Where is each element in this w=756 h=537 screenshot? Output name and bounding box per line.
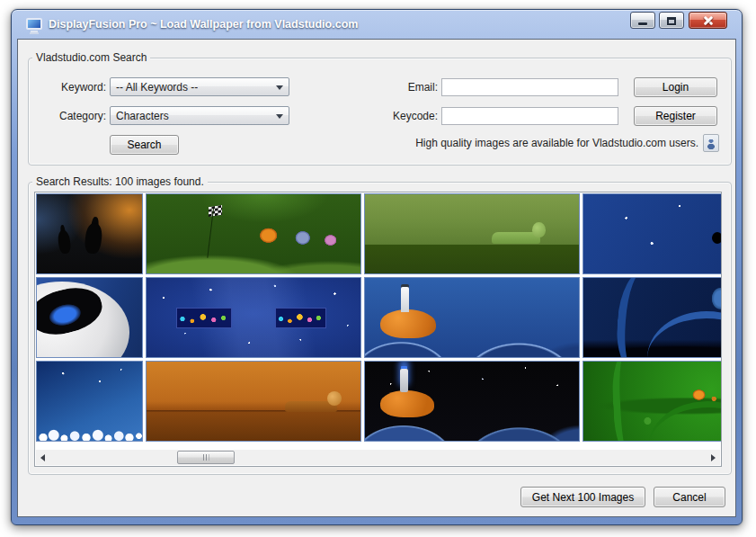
thumbnail-snail-race[interactable]: [146, 193, 361, 274]
results-group-title: Search Results: 100 images found.: [32, 175, 208, 188]
thumbnail-whale-lighthouse-night[interactable]: [364, 361, 580, 442]
scroll-right-arrow-icon[interactable]: [706, 450, 720, 465]
search-group-title: Vladstudio.com Search: [32, 51, 150, 64]
get-next-images-button[interactable]: Get Next 100 Images: [520, 487, 645, 507]
cancel-button[interactable]: Cancel: [654, 487, 725, 507]
category-value: Characters: [116, 110, 169, 122]
thumbnail-blue-bubbles[interactable]: [36, 361, 143, 442]
scrollbar-grip-icon: [203, 454, 209, 461]
thumbnail-caterpillar-orange[interactable]: [146, 361, 361, 442]
close-button[interactable]: [689, 12, 727, 29]
thumbnail-whale-lighthouse-day[interactable]: [364, 277, 580, 358]
app-monitor-icon: [26, 18, 42, 31]
maximize-icon: [667, 17, 676, 25]
keyword-label: Keyword:: [29, 81, 106, 94]
results-panel: [34, 192, 722, 467]
thumbnail-lightbulb-shelves[interactable]: [146, 277, 361, 358]
keyword-dropdown[interactable]: -- All Keywords --: [110, 77, 289, 96]
maximize-button[interactable]: [659, 12, 684, 29]
thumbnail-night-sky-comma[interactable]: [583, 193, 721, 274]
thumbnail-eve-robot[interactable]: [36, 277, 143, 358]
client-area: Vladstudio.com Search Keyword: -- All Ke…: [17, 39, 736, 517]
scroll-left-arrow-icon[interactable]: [36, 450, 50, 465]
results-groupbox: Search Results: 100 images found.: [28, 182, 732, 475]
search-button[interactable]: Search: [110, 135, 179, 155]
keycode-field[interactable]: [441, 107, 618, 125]
chevron-down-icon: [276, 85, 283, 90]
hq-note: High quality images are available for Vl…: [415, 137, 698, 149]
thumbnail-caterpillar-green[interactable]: [364, 193, 580, 274]
keycode-label: Keycode:: [316, 110, 438, 122]
horizontal-scrollbar[interactable]: [36, 450, 720, 465]
scrollbar-thumb[interactable]: [177, 451, 235, 464]
email-field[interactable]: [441, 78, 618, 96]
thumbnail-underwater-night[interactable]: [583, 277, 721, 358]
keyword-value: -- All Keywords --: [116, 81, 198, 94]
hq-image-icon[interactable]: [703, 134, 719, 152]
dialog-window: DisplayFusion Pro ~ Load Wallpaper from …: [11, 9, 743, 525]
category-dropdown[interactable]: Characters: [110, 106, 289, 125]
chevron-down-icon: [276, 114, 283, 119]
thumbnail-grid: [36, 193, 721, 443]
window-title: DisplayFusion Pro ~ Load Wallpaper from …: [49, 18, 358, 31]
login-button[interactable]: Login: [634, 77, 717, 97]
category-label: Category:: [29, 110, 106, 122]
minimize-icon: [638, 22, 647, 25]
search-groupbox: Vladstudio.com Search Keyword: -- All Ke…: [28, 58, 732, 166]
email-label: Email:: [316, 81, 438, 94]
thumbnail-snail-on-leaf[interactable]: [583, 361, 721, 442]
close-icon: [689, 13, 726, 28]
register-button[interactable]: Register: [634, 106, 717, 126]
minimize-button[interactable]: [630, 12, 655, 29]
thumbnail-ants-silhouette[interactable]: [36, 193, 143, 274]
